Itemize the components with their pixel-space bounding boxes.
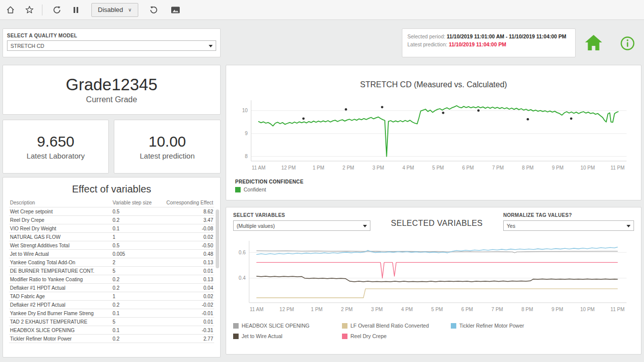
table-cell: Yankee Coating Total Add-On [9, 258, 112, 267]
table-cell: 0.2 [112, 301, 165, 309]
home-icon[interactable] [2, 2, 19, 17]
series-line [259, 106, 618, 157]
effects-col-description[interactable]: Description [9, 199, 112, 207]
table-cell: 0.13 [165, 258, 214, 267]
image-icon[interactable] [167, 2, 184, 17]
x-tick-label: 8 PM [522, 165, 534, 171]
table-row[interactable]: DE BURNER TEMPERATURE CONT.50.01 [9, 267, 214, 275]
star-icon[interactable] [21, 2, 38, 17]
confident-label: Confident [244, 186, 266, 192]
table-row[interactable]: Tickler Refiner Motor Power0.22.77 [9, 335, 214, 343]
period-panel: Selected period: 11/10/2019 11:01:00 AM … [402, 28, 576, 57]
latest-laboratory-card: 9.650 Latest Laboratory [2, 120, 109, 174]
current-grade-card: Grade12345 Current Grade [2, 65, 221, 115]
select-arrow-icon [209, 45, 213, 47]
select-arrow-icon [363, 225, 367, 227]
table-cell: -0.31 [165, 326, 214, 335]
table-row[interactable]: TAD Fabric Age10.02 [9, 292, 214, 301]
table-cell: 0.5 [112, 207, 165, 216]
measured-dot [527, 118, 529, 121]
table-row[interactable]: HEADBOX SLICE OPENING0.1-0.31 [9, 326, 214, 335]
effects-col-effect[interactable]: Corresponding Effect [165, 199, 214, 207]
table-row[interactable]: Deflaker #2 HPDT Actual0.2-0.02 [9, 301, 214, 309]
x-tick-label: 6 PM [461, 307, 473, 312]
legend-item[interactable]: HEADBOX SLICE OPENING [233, 323, 342, 329]
quality-model-value: STRETCH CD [10, 43, 44, 49]
legend-item[interactable]: Tickler Refiner Motor Power [451, 323, 634, 329]
effects-panel: Effect of variables Description Variable… [2, 177, 221, 358]
table-row[interactable]: Modifier Ratio to Yankee Coating0.20.13 [9, 275, 214, 284]
latest-prediction-card-label: Latest prediction [140, 152, 195, 160]
toolbar: Disabled ∨ [0, 0, 644, 20]
table-row[interactable]: Jet to Wire Actual0.0050.48 [9, 250, 214, 258]
table-cell: -0.08 [165, 224, 214, 233]
x-tick-label: 1 PM [313, 165, 324, 171]
series-line [257, 289, 618, 298]
current-grade-label: Current Grade [86, 95, 137, 104]
y-tick-label: 0.4 [239, 275, 246, 281]
table-row[interactable]: Wet Strengt Additives Total0.5-0.50 [9, 241, 214, 250]
series-line [257, 262, 618, 278]
home-green-icon[interactable] [584, 34, 603, 54]
legend-item[interactable]: Reel Dry Crepe [342, 333, 451, 339]
normalize-dropdown[interactable]: Yes [503, 220, 634, 231]
table-cell: DE BURNER TEMPERATURE CONT. [9, 267, 112, 275]
table-cell: 0.2 [112, 216, 165, 224]
disabled-dropdown[interactable]: Disabled ∨ [91, 3, 138, 17]
effects-col-step[interactable]: Variable step size [112, 199, 165, 207]
table-cell: NATURAL GAS FLOW [9, 233, 112, 241]
latest-laboratory-label: Latest Laboratory [26, 152, 85, 160]
pause-icon[interactable] [67, 2, 84, 17]
table-cell: 5 [112, 267, 165, 275]
table-row[interactable]: Wet Crepe setpoint0.58.62 [9, 207, 214, 216]
table-row[interactable]: Deflaker #1 HPDT Actual0.20.04 [9, 284, 214, 292]
x-tick-label: 6 PM [462, 165, 474, 171]
table-cell: 2.77 [165, 335, 214, 343]
effects-table: Description Variable step size Correspon… [9, 199, 214, 343]
undo-icon[interactable] [145, 2, 162, 17]
table-cell: Wet Crepe setpoint [9, 207, 112, 216]
table-cell: Deflaker #1 HPDT Actual [9, 284, 112, 292]
table-row[interactable]: NATURAL GAS FLOW10.02 [9, 233, 214, 241]
measured-dot [302, 117, 305, 120]
table-cell: TAD 2 EXHAUST TEMPERATURE [9, 318, 112, 326]
select-variables-dropdown[interactable]: (Multiple values) [233, 220, 370, 231]
table-row[interactable]: Yankee Coating Total Add-On20.13 [9, 258, 214, 267]
effects-scrollbar [216, 209, 219, 339]
table-row[interactable]: Yankee Dry End Burner Flame Streng0.1-0.… [9, 309, 214, 318]
latest-laboratory-value: 9.650 [37, 133, 74, 150]
table-cell: TAD Fabric Age [9, 292, 112, 301]
x-tick-label: 12 PM [281, 165, 296, 171]
x-tick-label: 11 PM [611, 307, 625, 312]
table-cell: 5 [112, 318, 165, 326]
latest-prediction-label: Latest prediction: [407, 41, 447, 47]
chevron-down-icon: ∨ [128, 7, 132, 12]
measured-dot [381, 106, 383, 108]
table-cell: 1 [112, 292, 165, 301]
legend-swatch [233, 334, 239, 339]
series-line [257, 276, 618, 282]
table-row[interactable]: Reel Dry Crepe0.23.47 [9, 216, 214, 224]
x-tick-label: 10 PM [581, 165, 595, 171]
info-icon[interactable] [620, 36, 635, 53]
refresh-icon[interactable] [48, 2, 65, 17]
table-cell: 0.2 [112, 275, 165, 284]
x-tick-label: 12 PM [280, 307, 294, 312]
table-cell: 0.04 [165, 284, 214, 292]
table-row[interactable]: TAD 2 EXHAUST TEMPERATURE50.01 [9, 318, 214, 326]
table-cell: 0.005 [112, 250, 165, 258]
selected-variables-chart: 0.40.611 AM12 PM1 PM2 PM3 PM4 PM5 PM6 PM… [233, 237, 633, 317]
stretch-cd-chart: 891011 AM12 PM1 PM2 PM3 PM4 PM5 PM6 PM7 … [235, 96, 633, 175]
table-row[interactable]: VIO Reel Dry Weight0.1-0.08 [9, 224, 214, 233]
legend-item[interactable]: LF Overall Blend Ratio Converted [342, 323, 451, 329]
x-tick-label: 9 PM [552, 165, 564, 171]
confident-swatch [235, 187, 241, 192]
x-tick-label: 7 PM [492, 165, 504, 171]
select-variables-label: SELECT VARIABLES [233, 212, 370, 218]
legend-swatch [342, 334, 347, 339]
quality-model-select[interactable]: STRETCH CD [7, 40, 216, 51]
effects-scrollbar-thumb[interactable] [216, 209, 219, 268]
table-cell: 0.02 [165, 233, 214, 241]
legend-item[interactable]: Jet to Wire Actual [233, 333, 342, 339]
table-cell: Deflaker #2 HPDT Actual [9, 301, 112, 309]
